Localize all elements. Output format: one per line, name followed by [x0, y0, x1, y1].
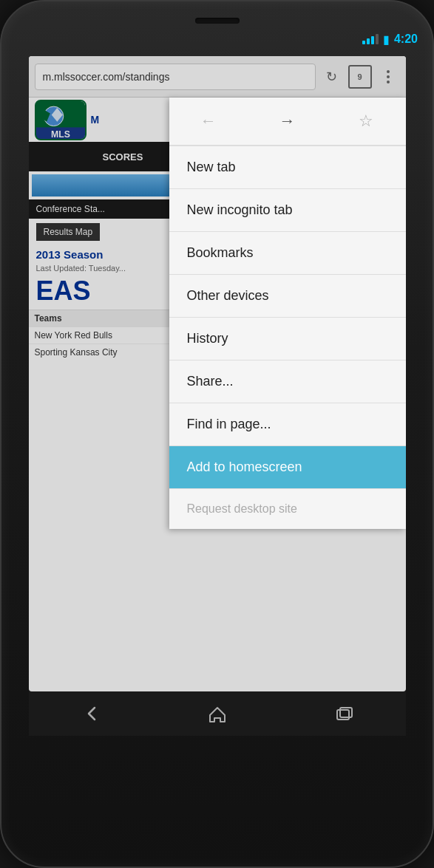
forward-button[interactable]: →: [248, 103, 327, 139]
signal-bar-1: [362, 41, 365, 44]
phone-frame: ▮ 4:20 m.mlssoccer.com/standings ↻ 9: [0, 0, 434, 868]
speaker-grill: [195, 18, 240, 24]
android-recents-button[interactable]: [321, 691, 365, 736]
bookmark-button[interactable]: ☆: [327, 103, 406, 139]
back-button[interactable]: ←: [169, 103, 248, 139]
screen: m.mlssoccer.com/standings ↻ 9: [29, 56, 406, 691]
signal-icon: [362, 34, 379, 44]
other-devices-item[interactable]: Other devices: [169, 275, 406, 317]
request-desktop-site-item[interactable]: Request desktop site: [169, 489, 406, 529]
find-in-page-item[interactable]: Find in page...: [169, 403, 406, 445]
signal-bar-2: [367, 38, 370, 44]
share-item[interactable]: Share...: [169, 360, 406, 403]
svg-rect-7: [340, 708, 352, 717]
signal-bar-3: [371, 36, 374, 44]
battery-icon: ▮: [383, 33, 390, 47]
dropdown-nav-row: ← → ☆: [169, 98, 406, 146]
android-nav-bar: [29, 691, 406, 736]
status-time: 4:20: [394, 33, 418, 46]
new-incognito-tab-item[interactable]: New incognito tab: [169, 189, 406, 231]
dropdown-overlay: ← → ☆ New tab New incognit: [29, 56, 406, 691]
status-icons: ▮ 4:20: [362, 33, 418, 47]
android-back-button[interactable]: [69, 691, 114, 736]
bookmarks-item[interactable]: Bookmarks: [169, 232, 406, 274]
overflow-menu: ← → ☆ New tab New incognit: [169, 98, 406, 529]
new-tab-item[interactable]: New tab: [169, 146, 406, 188]
svg-rect-6: [337, 710, 349, 720]
status-bar: ▮ 4:20: [1, 28, 433, 50]
history-item[interactable]: History: [169, 318, 406, 360]
add-to-homescreen-item[interactable]: Add to homescreen: [169, 446, 406, 488]
android-home-button[interactable]: [195, 691, 240, 736]
signal-bar-4: [376, 34, 379, 44]
